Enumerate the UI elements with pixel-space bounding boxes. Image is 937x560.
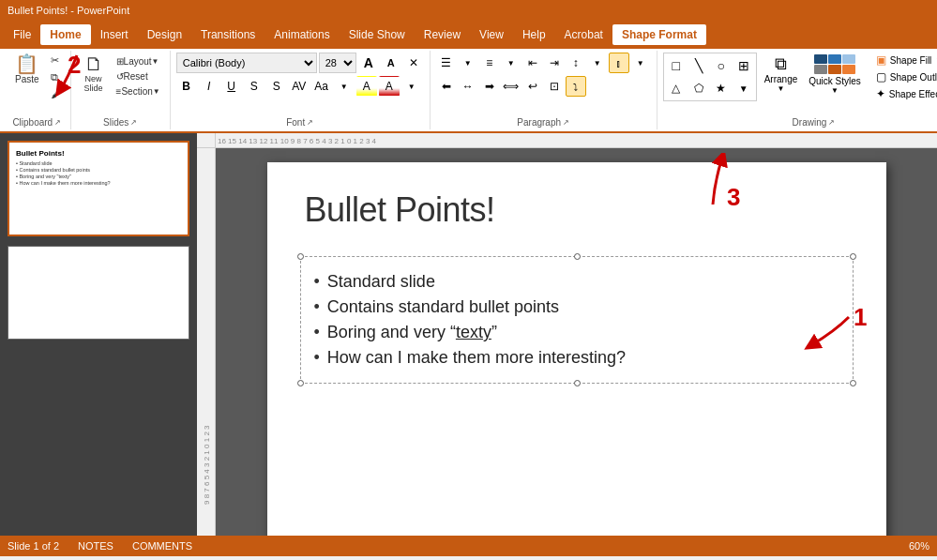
clipboard-group: 📋 Paste ✂ ⧉ 🖌 Clipboard ↗ [4,51,71,129]
align-right-button[interactable]: ➡ [479,76,500,97]
shapes-dropdown[interactable]: ▼ [733,78,754,98]
align-center-button[interactable]: ↔ [458,76,478,97]
bullets-button[interactable]: ☰ [436,53,457,73]
drawing-expand-icon[interactable]: ↗ [828,118,835,127]
strikethrough-button[interactable]: S [244,76,264,97]
reset-button[interactable]: ↺ Reset [113,69,164,83]
slide-thumb-1[interactable]: Bullet Points! • Standard slide • Contai… [8,141,189,236]
handle-tr[interactable] [850,253,856,260]
copy-button[interactable]: ⧉ [47,69,65,85]
decrease-indent-button[interactable]: ⇤ [522,53,543,73]
slides-expand-icon[interactable]: ↗ [130,118,137,127]
justify-button[interactable]: ⟺ [501,76,521,97]
bullet-2: • Contains standard bullet points [314,297,839,317]
shadow-button[interactable]: S [266,76,287,97]
menu-home[interactable]: Home [40,24,90,45]
italic-button[interactable]: I [199,76,219,97]
char-spacing-button[interactable]: AV [289,76,310,97]
rect-shape[interactable]: □ [666,55,687,76]
menu-slideshow[interactable]: Slide Show [340,24,415,45]
menu-shape-format[interactable]: Shape Format [612,24,706,45]
shape-effects-icon: ✦ [876,87,885,100]
cut-button[interactable]: ✂ [47,53,65,68]
increase-font-button[interactable]: A [358,53,379,73]
notes-button[interactable]: NOTES [78,540,113,552]
slide-canvas[interactable]: Bullet Points! • Standard slide [267,162,886,536]
pentagon-shape[interactable]: ⬠ [688,78,709,98]
paste-icon: 📋 [15,54,38,73]
menu-help[interactable]: Help [513,24,555,45]
paragraph-expand-icon[interactable]: ↗ [563,118,569,127]
align-left-button[interactable]: ⬅ [436,76,457,97]
columns-dropdown[interactable]: ▼ [630,53,651,73]
font-dropdown-button[interactable]: ▼ [334,76,355,97]
highlight-button[interactable]: A [356,76,377,97]
paste-button[interactable]: 📋 Paste [9,53,45,86]
increase-indent-button[interactable]: ⇥ [544,53,565,73]
section-button[interactable]: ≡ Section ▼ [113,84,164,98]
menu-transitions[interactable]: Transitions [191,24,264,45]
menu-animations[interactable]: Animations [264,24,339,45]
smart-art-button[interactable]: ⤵ [566,76,586,97]
quick-styles-dropdown-icon: ▼ [831,86,839,95]
cut-icon: ✂ [51,54,59,67]
menu-file[interactable]: File [4,24,40,45]
handle-bl[interactable] [297,380,304,386]
handle-tl[interactable] [297,253,304,260]
menu-bar: File Home Insert Design Transitions Anim… [0,21,937,49]
shape-effects-button[interactable]: ✦ Shape Effects ▼ [872,86,937,101]
shape-outline-button[interactable]: ▢ Shape Outline ▼ [872,69,937,84]
line-shape[interactable]: ╲ [688,55,709,76]
menu-review[interactable]: Review [415,24,470,45]
shape-fill-button[interactable]: ▣ Shape Fill ▼ [872,53,937,68]
format-painter-button[interactable]: 🖌 [47,86,65,101]
menu-acrobat[interactable]: Acrobat [555,24,612,45]
comments-button[interactable]: COMMENTS [132,540,192,552]
text-box[interactable]: • Standard slide • Contains standard bul… [300,256,854,384]
text-direction-button[interactable]: ⊡ [544,76,565,97]
handle-bm[interactable] [574,380,581,386]
clipboard-expand-icon[interactable]: ↗ [54,118,61,127]
arrange-dropdown-icon: ▼ [778,84,785,93]
numbering-dropdown[interactable]: ▼ [501,53,521,73]
font-color-button[interactable]: A [379,76,400,97]
handle-tm[interactable] [574,253,581,260]
svg-text:16 15 14 13 12 11 10 9  8  7  : 16 15 14 13 12 11 10 9 8 7 6 5 4 3 2 1 0… [218,137,377,145]
quick-styles-button[interactable]: Quick Styles ▼ [805,53,865,97]
bullet-text-2: Contains standard bullet points [327,297,559,317]
arrow-shape[interactable]: △ [666,78,687,98]
handle-br[interactable] [850,380,856,386]
new-slide-button[interactable]: 🗋 NewSlide [77,53,111,95]
underline-button[interactable]: U [221,76,242,97]
shape-outline-icon: ▢ [876,70,886,83]
line-spacing-button[interactable]: ↕ [566,53,586,73]
columns-button[interactable]: ⫿ [609,53,629,73]
arrange-button[interactable]: ⧉ Arrange ▼ [761,53,802,95]
slide-thumb-2[interactable] [8,246,189,340]
menu-view[interactable]: View [470,24,513,45]
decrease-font-button[interactable]: A [381,53,401,73]
zoom-level: 60% [909,540,929,552]
menu-insert[interactable]: Insert [91,24,138,45]
bullet-dot-4: • [314,348,320,368]
oval-shape[interactable]: ○ [711,55,732,76]
font-case-button[interactable]: Aa [311,76,332,97]
line-spacing-dropdown[interactable]: ▼ [587,53,608,73]
font-family-select[interactable]: Calibri (Body) [176,53,317,73]
font-color-dropdown[interactable]: ▼ [401,76,422,97]
bold-button[interactable]: B [176,76,197,97]
numbering-button[interactable]: ≡ [479,53,500,73]
slide-title: Bullet Points! [305,190,495,230]
font-expand-icon[interactable]: ↗ [307,118,313,127]
font-size-select[interactable]: 28 [319,53,356,73]
shapes-more[interactable]: ⊞ [733,55,754,76]
bullets-dropdown[interactable]: ▼ [458,53,478,73]
bullet-4: • How can I make them more interesting? [314,348,839,368]
menu-design[interactable]: Design [138,24,191,45]
layout-button[interactable]: ⊞ Layout ▼ [113,54,164,68]
layout-icon: ⊞ [116,56,124,67]
star-shape[interactable]: ★ [711,78,732,98]
clear-format-button[interactable]: ✕ [403,53,424,73]
app-title: Bullet Points! - PowerPoint [8,5,129,16]
rtl-button[interactable]: ↩ [522,76,543,97]
